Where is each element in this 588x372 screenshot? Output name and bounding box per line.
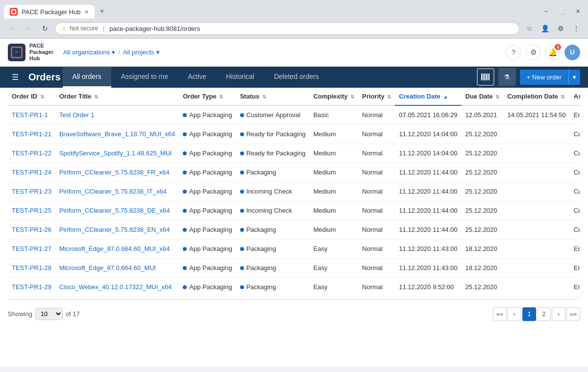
page-2-btn[interactable]: 2 — [537, 307, 551, 321]
cell-order-title[interactable]: Cisco_Webex_40.12.0.17322_MUI_x64 — [55, 277, 179, 297]
tab-deleted-orders[interactable]: Deleted orders — [264, 67, 329, 88]
col-creation-date[interactable]: Creation Date ▲ — [395, 88, 461, 105]
logo-icon: P — [8, 44, 25, 61]
cell-complexity: Medium — [309, 163, 358, 182]
cell-order-id[interactable]: TEST-PR1-28 — [8, 258, 55, 277]
cell-creation-date: 07.05.2021 16:06:29 — [395, 105, 461, 125]
cell-priority: Normal — [358, 182, 395, 201]
col-priority[interactable]: Priority ⇅ — [358, 88, 395, 105]
hamburger-btn[interactable]: ☰ — [8, 67, 23, 88]
cell-assignee: Engineer User — [570, 258, 580, 277]
help-btn[interactable]: ? — [506, 45, 521, 60]
cell-order-title[interactable]: Piriform_CCleaner_5.75.8238_EN_x64 — [55, 220, 179, 239]
toolbar-icons: ☆ 👤 ⚙ ⋮ — [522, 22, 583, 35]
cell-order-id[interactable]: TEST-PR1-1 — [8, 105, 55, 125]
refresh-btn[interactable]: ↻ — [38, 22, 52, 35]
cell-order-id[interactable]: TEST-PR1-21 — [8, 124, 55, 144]
status-dot — [240, 171, 244, 174]
menu-btn[interactable]: ⋮ — [569, 22, 583, 35]
app-container: P PACE Packager Hub All organizations ▾ … — [0, 39, 588, 367]
new-order-btn[interactable]: + New order ▾ — [520, 70, 580, 85]
per-page-select[interactable]: 10 25 50 100 — [35, 308, 63, 320]
active-tab[interactable]: PACE Packager Hub ✕ — [4, 5, 95, 19]
header-actions: ? ⚙ 🔔 3 U — [506, 45, 580, 60]
org-selector[interactable]: All organizations ▾ — [63, 49, 115, 56]
extensions-btn[interactable]: ⚙ — [554, 22, 567, 35]
tab-all-orders[interactable]: All orders — [63, 67, 111, 88]
settings-btn[interactable]: ⚙ — [525, 45, 541, 60]
project-selector[interactable]: All projects ▾ — [123, 49, 160, 56]
col-order-id[interactable]: Order ID ⇅ — [8, 88, 55, 105]
barcode-btn[interactable] — [477, 68, 494, 86]
cell-order-title[interactable]: SpotifyService_Spotify_1.1.48.625_MUI — [55, 144, 179, 163]
close-btn[interactable]: ✕ — [571, 5, 584, 18]
next-page-btn[interactable]: › — [552, 307, 565, 321]
order-type-dot — [183, 190, 187, 194]
orders-table: Order ID ⇅ Order Title ⇅ Order Type ⇅ — [8, 88, 580, 297]
col-complexity[interactable]: Complexity ⇅ — [309, 88, 358, 105]
avatar-btn[interactable]: U — [564, 45, 580, 60]
col-status[interactable]: Status ⇅ — [236, 88, 310, 105]
sort-order-type-icon: ⇅ — [219, 94, 223, 99]
svg-rect-0 — [481, 74, 482, 80]
cell-order-type: App Packaging — [179, 105, 236, 125]
cell-order-id[interactable]: TEST-PR1-22 — [8, 144, 55, 163]
app-header: P PACE Packager Hub All organizations ▾ … — [0, 39, 588, 67]
window-controls: ─ ⬜ ✕ — [540, 5, 584, 18]
logo-line2: Packager — [29, 49, 53, 55]
col-completion-date[interactable]: Completion Date ⇅ — [503, 88, 569, 105]
svg-rect-1 — [483, 74, 483, 80]
cell-order-id[interactable]: TEST-PR1-29 — [8, 277, 55, 297]
cell-order-title[interactable]: BraveSoftware_Brave_1.18.70_MUI_x64 — [55, 124, 179, 144]
svg-rect-3 — [485, 74, 486, 80]
cell-order-type: App Packaging — [179, 163, 236, 182]
col-due-date[interactable]: Due Date ⇅ — [462, 88, 504, 105]
bookmark-btn[interactable]: ☆ — [522, 22, 536, 35]
cell-order-title[interactable]: Microsoft_Edge_87.0.664.60_MUI_x64 — [55, 239, 179, 258]
cell-creation-date: 11.12.2020 11:44:00 — [395, 182, 461, 201]
col-order-type[interactable]: Order Type ⇅ — [179, 88, 236, 105]
cell-order-title[interactable]: Microsoft_Edge_87.0.664.60_MUI — [55, 258, 179, 277]
notif-badge: 3 — [555, 44, 561, 50]
cell-status: Incoming Check — [236, 201, 310, 220]
prev-page-btn[interactable]: ‹ — [508, 307, 521, 321]
app-logo-label: PACE Packager Hub — [29, 43, 53, 62]
cell-due-date: 12.05.2021 — [462, 105, 504, 125]
address-bar[interactable]: ⚠ Not secure | pace-packager-hub:8081/or… — [55, 23, 519, 35]
tab-active[interactable]: Active — [178, 67, 216, 88]
cell-order-id[interactable]: TEST-PR1-23 — [8, 182, 55, 201]
cell-order-title[interactable]: Piriform_CCleaner_5.75.8238_FR_x64 — [55, 163, 179, 182]
tab-historical[interactable]: Historical — [216, 67, 264, 88]
page-1-btn[interactable]: 1 — [522, 307, 536, 321]
tab-assigned-to-me[interactable]: Assigned to me — [111, 67, 178, 88]
last-page-btn[interactable]: »» — [566, 307, 580, 321]
cell-assignee: Customer User — [570, 220, 580, 239]
notifications-btn[interactable]: 🔔 3 — [545, 45, 561, 60]
col-assignee[interactable]: Assignee ⇅ — [570, 88, 580, 105]
cell-creation-date: 11.12.2020 11:43:00 — [395, 258, 461, 277]
cell-due-date: 25.12.2020 — [462, 220, 504, 239]
tab-close-btn[interactable]: ✕ — [84, 9, 89, 15]
back-btn[interactable]: ‹ — [5, 22, 19, 35]
security-warning-icon: ⚠ — [61, 25, 67, 32]
minimize-btn[interactable]: ─ — [540, 5, 553, 18]
cell-order-id[interactable]: TEST-PR1-26 — [8, 220, 55, 239]
forward-btn[interactable]: › — [22, 22, 35, 35]
cell-due-date: 18.12.2020 — [462, 239, 504, 258]
profile-btn[interactable]: 👤 — [538, 22, 552, 35]
filter-btn[interactable]: ⚗ — [498, 68, 516, 86]
cell-order-title[interactable]: Test Order 1 — [55, 105, 179, 125]
cell-order-id[interactable]: TEST-PR1-24 — [8, 163, 55, 182]
maximize-btn[interactable]: ⬜ — [556, 5, 568, 18]
cell-order-id[interactable]: TEST-PR1-25 — [8, 201, 55, 220]
new-order-dropdown-icon[interactable]: ▾ — [568, 70, 580, 85]
new-tab-btn[interactable]: + — [95, 4, 109, 19]
cell-order-id[interactable]: TEST-PR1-27 — [8, 239, 55, 258]
col-order-title[interactable]: Order Title ⇅ — [55, 88, 179, 105]
cell-creation-date: 11.12.2020 11:44:00 — [395, 163, 461, 182]
cell-order-title[interactable]: Piriform_CCleaner_5.75.8238_DE_x64 — [55, 201, 179, 220]
cell-priority: Normal — [358, 105, 395, 125]
cell-completion-date — [503, 239, 569, 258]
cell-order-title[interactable]: Piriform_CCleaner_5.75.8238_IT_x64 — [55, 182, 179, 201]
first-page-btn[interactable]: «« — [493, 307, 507, 321]
